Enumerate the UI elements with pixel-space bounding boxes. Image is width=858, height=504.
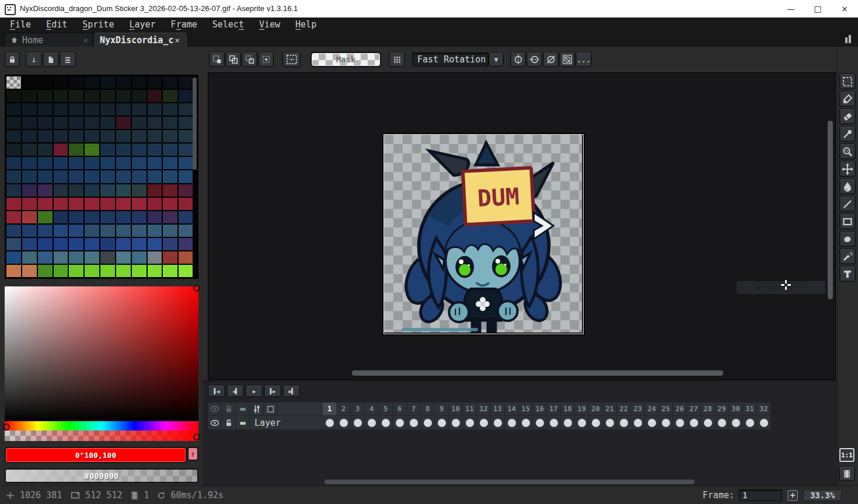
palette-swatch[interactable] [116,76,131,89]
palette-swatch[interactable] [85,76,99,89]
menu-view[interactable]: View [252,18,288,32]
palette-swatch[interactable] [179,144,193,156]
palette-swatch[interactable] [163,117,177,129]
palette-swatch[interactable] [116,170,131,183]
palette-swatch[interactable] [22,157,37,169]
canvas-vertical-scrollbar[interactable] [828,121,833,299]
tab-sprite[interactable]: NyxDiscordia_c × [95,33,187,47]
palette-swatch[interactable] [116,184,131,197]
cel-frame-2[interactable] [337,416,350,429]
frame-header-6[interactable]: 6 [393,402,406,415]
timeline-continuous-header[interactable]: ●● [236,402,249,415]
palette-swatch[interactable] [69,157,83,169]
palette-scrollbar-thumb[interactable] [193,78,197,170]
frame-header-32[interactable]: 32 [757,402,770,415]
palette-swatch[interactable] [116,130,131,142]
palette-swatch[interactable] [6,103,21,116]
sprite-image[interactable]: DUM [383,134,584,334]
palette-swatch[interactable] [148,265,162,277]
palette-swatch[interactable] [85,184,99,197]
cel-frame-6[interactable] [393,416,406,429]
cel-frame-24[interactable] [645,416,658,429]
color-warning-button[interactable]: ↑ [187,447,198,461]
eyedropper-tool[interactable] [839,126,856,142]
palette-swatch[interactable] [38,90,53,102]
frame-header-27[interactable]: 27 [687,402,700,415]
palette-swatch[interactable] [69,170,83,183]
palette-swatch[interactable] [116,265,131,277]
zoom-tool[interactable] [839,144,856,159]
cel-frame-26[interactable] [673,416,686,429]
palette-swatch[interactable] [54,130,68,142]
timeline-options-icon[interactable] [264,402,277,415]
selection-add-button[interactable] [225,52,241,67]
palette-swatch[interactable] [116,211,131,223]
cel-frame-5[interactable] [379,416,392,429]
frame-header-1[interactable]: 1 [323,402,336,415]
palette-swatch[interactable] [69,184,83,197]
palette-swatch[interactable] [54,225,68,237]
frame-number-input[interactable]: 1 [739,489,782,501]
palette-swatch[interactable] [38,144,53,156]
palette-swatch[interactable] [85,225,99,237]
palette-swatch[interactable] [22,198,37,210]
palette-swatch[interactable] [22,225,37,237]
close-button[interactable]: × [831,0,858,18]
palette-swatch[interactable] [100,238,115,250]
add-frame-button[interactable]: + [787,489,798,502]
palette-swatch[interactable] [179,225,193,237]
palette-swatch[interactable] [163,170,177,183]
palette-swatch[interactable] [85,198,99,210]
frame-header-22[interactable]: 22 [617,402,630,415]
frame-header-15[interactable]: 15 [519,402,532,415]
palette-swatch[interactable] [163,90,177,102]
palette-swatch[interactable] [100,144,115,156]
palette-swatch[interactable] [6,144,21,156]
menu-select[interactable]: Select [205,18,252,32]
menu-help[interactable]: Help [288,18,324,32]
palette-swatch[interactable] [100,198,115,210]
palette-swatch[interactable] [85,117,99,129]
palette-swatch[interactable] [132,157,147,169]
frame-header-18[interactable]: 18 [561,402,574,415]
pencil-tool[interactable] [839,91,856,107]
tab-home-close-icon[interactable]: × [83,36,88,45]
frame-header-13[interactable]: 13 [491,402,504,415]
palette-swatch[interactable] [6,198,21,210]
menu-file[interactable]: File [2,18,39,32]
palette-swatch[interactable] [6,211,21,223]
palette-swatch[interactable] [54,211,68,223]
palette-swatch[interactable] [179,170,193,183]
palette-swatch[interactable] [6,238,21,250]
palette-swatch[interactable] [148,76,162,89]
menu-sprite[interactable]: Sprite [75,18,121,32]
palette-swatch[interactable] [100,157,115,169]
palette-swatch[interactable] [85,157,99,169]
palette-swatch[interactable] [148,90,162,102]
palette-swatch[interactable] [85,144,99,156]
frame-header-30[interactable]: 30 [729,402,742,415]
alpha-handle[interactable] [193,433,200,440]
palette-swatch[interactable] [179,211,193,223]
palette-swatch[interactable] [38,265,53,277]
palette-swatch[interactable] [179,251,193,264]
palette-swatch[interactable] [6,117,21,129]
sprite-editor-canvas[interactable]: DUM [208,72,836,380]
layer-visibility-toggle[interactable] [208,416,221,429]
cel-frame-28[interactable] [701,416,714,429]
palette-presets-button[interactable] [43,52,59,67]
palette-swatch-transparent[interactable] [6,76,21,89]
cel-frame-17[interactable] [547,416,560,429]
palette-swatch[interactable] [132,265,147,277]
palette-swatch[interactable] [116,117,131,129]
palette-swatch[interactable] [132,225,147,237]
palette-swatch[interactable] [6,184,21,197]
palette-swatch[interactable] [85,265,99,277]
frame-header-7[interactable]: 7 [407,402,420,415]
frame-header-8[interactable]: 8 [421,402,434,415]
palette-swatch[interactable] [22,117,37,129]
palette-swatch[interactable] [6,265,21,277]
frame-header-11[interactable]: 11 [463,402,476,415]
goto-last-frame-button[interactable]: ▶▌ [282,385,300,397]
timeline-lock-header[interactable] [222,402,235,415]
